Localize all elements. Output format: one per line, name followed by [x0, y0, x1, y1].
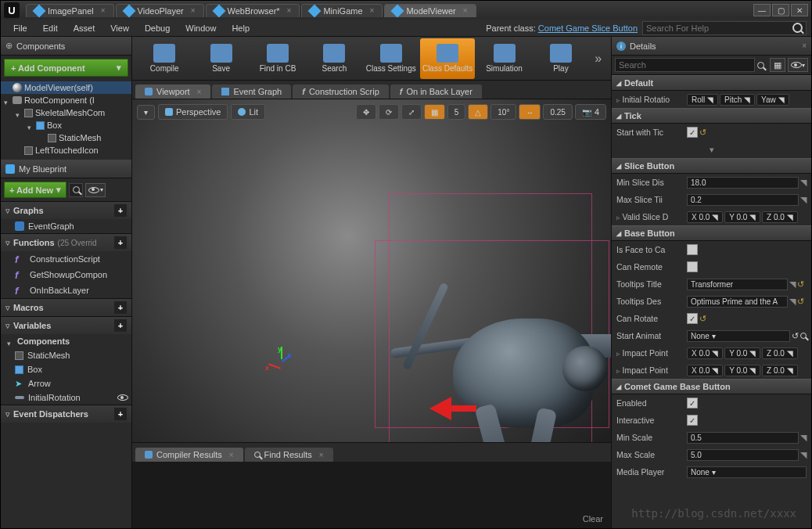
expand-caret-icon[interactable] [16, 110, 22, 116]
rotate-mode-button[interactable]: ⟳ [379, 104, 399, 120]
property-value[interactable]: X 0.0 ◥Y 0.0 ◥Z 0.0 ◥ [687, 211, 807, 223]
parent-class-link[interactable]: Comet Game Slice Button [538, 23, 638, 33]
property-value[interactable]: Roll ◥Pitch ◥Yaw ◥ [687, 94, 807, 106]
blueprint-item[interactable]: fOnInBackLayer [1, 282, 131, 298]
details-search-input[interactable] [615, 58, 755, 72]
checkbox[interactable] [687, 261, 698, 272]
category-comet-game-base-button[interactable]: Comet Game Base Button [612, 379, 811, 394]
property-value[interactable]: 0.2◥ [687, 194, 807, 206]
vector-component[interactable]: Pitch ◥ [720, 94, 755, 106]
property-value[interactable]: ✓↺ [687, 127, 807, 138]
help-search-input[interactable] [646, 23, 789, 33]
bottom-tab-find-results[interactable]: Find Results× [245, 448, 333, 462]
subtab-viewport[interactable]: Viewport× [135, 85, 210, 99]
variable-item[interactable]: StaticMesh [1, 348, 131, 362]
vector-component[interactable]: X 0.0 ◥ [687, 365, 723, 376]
search-icon[interactable] [800, 333, 807, 339]
section-graphs[interactable]: Graphs+ [1, 201, 131, 219]
vector-component[interactable]: X 0.0 ◥ [687, 347, 723, 359]
checkbox[interactable]: ✓ [687, 398, 698, 408]
document-tab[interactable]: ImagePanel× [26, 4, 114, 17]
property-value[interactable]: Optimus Prime and the A◥↺ [687, 296, 807, 308]
property-value[interactable]: 0.5◥ [687, 432, 807, 444]
section-event-dispatchers[interactable]: Event Dispatchers+ [1, 405, 131, 423]
vector-component[interactable]: Roll ◥ [687, 94, 718, 106]
grid-snap-value[interactable]: 5 [447, 104, 466, 120]
category-slice-button[interactable]: Slice Button [612, 158, 811, 174]
menu-window[interactable]: Window [178, 21, 224, 35]
category-default[interactable]: Default [612, 75, 811, 91]
scale-mode-button[interactable]: ⤢ [401, 104, 422, 120]
spinner-icon[interactable]: ◥ [800, 195, 807, 205]
add-item-button[interactable]: + [114, 408, 127, 420]
checkbox[interactable]: ✓ [687, 415, 698, 426]
reset-to-default-icon[interactable]: ↺ [797, 297, 807, 306]
add-item-button[interactable]: + [114, 319, 127, 332]
spinner-icon[interactable]: ◥ [789, 297, 796, 307]
toolbar-search[interactable]: Search [307, 38, 361, 79]
translate-mode-button[interactable]: ✥ [356, 104, 376, 120]
text-input[interactable]: 0.2 [687, 194, 799, 206]
close-tab-icon[interactable]: × [287, 6, 292, 15]
combo-input[interactable]: None ▾ [687, 466, 807, 478]
combo-input[interactable]: None ▾ [687, 330, 790, 342]
component-tree-item[interactable]: Box [1, 119, 131, 131]
menu-help[interactable]: Help [224, 21, 257, 35]
category-tick[interactable]: Tick [612, 108, 811, 124]
property-value[interactable]: None ▾ [687, 466, 807, 478]
category-base-button[interactable]: Base Button [612, 225, 811, 241]
close-button[interactable]: ✕ [791, 4, 808, 16]
blueprint-item[interactable]: fConstructionScript [1, 251, 131, 267]
subtab-event-graph[interactable]: Event Graph [212, 85, 291, 99]
property-value[interactable] [687, 261, 807, 272]
spinner-icon[interactable]: ◥ [800, 433, 807, 443]
visibility-filter-button[interactable]: ▾ [85, 183, 106, 197]
bottom-tab-compiler-results[interactable]: Compiler Results× [135, 448, 243, 462]
document-tab[interactable]: ModelViewer× [384, 4, 476, 17]
document-tab[interactable]: VideoPlayer× [116, 4, 204, 17]
details-visibility-button[interactable]: ▾ [788, 58, 808, 72]
add-component-button[interactable]: + Add Component▾ [4, 59, 128, 77]
grid-snap-button[interactable]: ▦ [424, 104, 445, 120]
subtab-on-in-back-layer[interactable]: fOn in Back Layer [390, 85, 482, 99]
gizmo-x-arrow[interactable] [429, 397, 492, 420]
vector-component[interactable]: Z 0.0 ◥ [762, 347, 798, 359]
section-macros[interactable]: Macros+ [1, 298, 131, 316]
expand-caret-icon[interactable] [4, 97, 10, 103]
help-search[interactable] [642, 21, 807, 35]
vector-component[interactable]: Y 0.0 ◥ [724, 365, 760, 376]
close-tab-icon[interactable]: × [319, 451, 324, 459]
text-input[interactable]: 0.5 [687, 432, 799, 444]
close-tab-icon[interactable]: × [370, 6, 375, 15]
blueprint-search-button[interactable] [69, 183, 83, 197]
reset-to-default-icon[interactable]: ↺ [699, 314, 709, 323]
camera-speed-button[interactable]: 📷 4 [575, 104, 606, 120]
blueprint-item[interactable]: fGetShowupCompon [1, 267, 131, 282]
expand-caret-icon[interactable] [27, 122, 34, 128]
minimize-button[interactable]: — [753, 4, 771, 16]
checkbox[interactable]: ✓ [687, 313, 698, 324]
vector-component[interactable]: Y 0.0 ◥ [724, 211, 760, 223]
vector-component[interactable]: Z 0.0 ◥ [762, 211, 798, 223]
property-value[interactable]: ✓ [687, 398, 807, 408]
toolbar-save[interactable]: Save [193, 38, 248, 79]
clear-button[interactable]: Clear [583, 514, 603, 524]
collapse-icon[interactable]: ⊕ [5, 41, 13, 51]
menu-asset[interactable]: Asset [66, 21, 103, 35]
property-value[interactable]: 18.0◥ [687, 177, 807, 189]
close-tab-icon[interactable]: × [463, 6, 468, 15]
text-input[interactable]: Optimus Prime and the A [687, 296, 788, 308]
vector-component[interactable]: Y 0.0 ◥ [724, 347, 760, 359]
menu-debug[interactable]: Debug [137, 21, 178, 35]
component-tree-item[interactable]: StaticMesh [1, 131, 131, 144]
toolbar-class-defaults[interactable]: Class Defaults [420, 38, 475, 79]
close-tab-icon[interactable]: × [101, 6, 106, 15]
close-tab-icon[interactable]: × [191, 6, 196, 15]
angle-snap-value[interactable]: 10° [490, 104, 516, 120]
property-value[interactable]: ✓↺ [687, 313, 807, 324]
property-value[interactable]: X 0.0 ◥Y 0.0 ◥Z 0.0 ◥ [687, 347, 807, 359]
section-functions[interactable]: Functions (25 Overrid+ [1, 233, 131, 251]
variable-item[interactable]: InitialRotation [1, 390, 131, 405]
menu-file[interactable]: File [5, 21, 35, 35]
vector-component[interactable]: Yaw ◥ [756, 94, 789, 106]
